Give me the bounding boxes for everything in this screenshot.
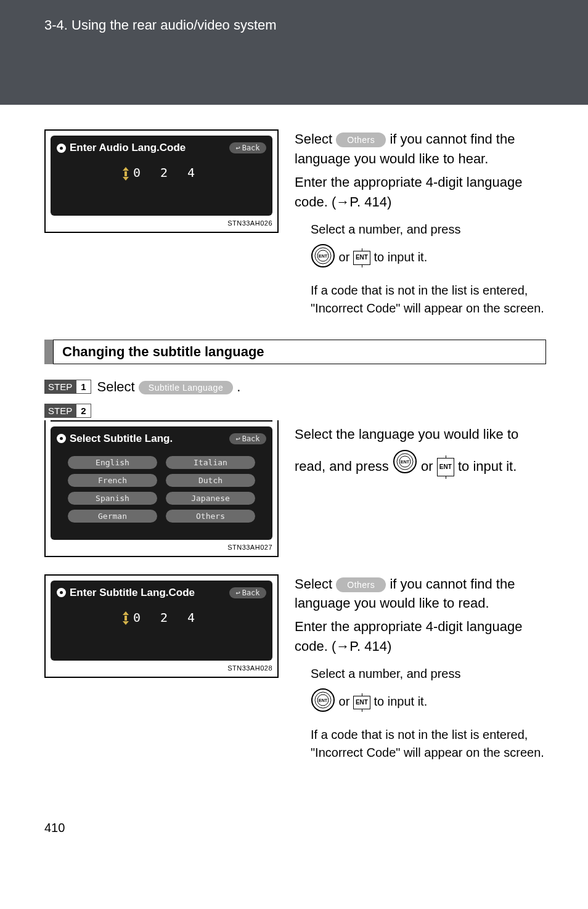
svg-text:ENT: ENT — [401, 460, 410, 464]
ent-dial-icon: ENT — [393, 449, 417, 484]
lang-option[interactable]: Japanese — [166, 492, 255, 505]
svg-marker-0 — [123, 167, 129, 171]
disc-icon — [57, 588, 66, 597]
lang-option[interactable]: English — [68, 456, 157, 469]
panel-title: Select Subtitle Lang. — [57, 433, 173, 445]
page-number: 410 — [0, 809, 588, 854]
svg-text:ENT: ENT — [319, 254, 328, 258]
breadcrumb: 3-4. Using the rear audio/video system — [44, 17, 588, 33]
page-header: 3-4. Using the rear audio/video system — [0, 0, 588, 105]
svg-marker-13 — [123, 621, 129, 625]
others-pill: Others — [336, 132, 386, 147]
panel-title: Enter Audio Lang.Code — [57, 142, 186, 154]
svg-marker-2 — [123, 177, 129, 181]
step-badge-1: STEP1 — [44, 380, 91, 394]
instruction-block-1: Select Others if you cannot find the lan… — [295, 129, 546, 322]
ent-button-icon: ENT — [353, 696, 370, 710]
updown-icon — [122, 611, 129, 625]
back-button[interactable]: Back — [229, 587, 266, 598]
lang-option[interactable]: French — [68, 474, 157, 487]
subtitle-language-pill: Subtitle Language — [139, 381, 233, 394]
image-id: STN33AH027 — [51, 544, 272, 551]
lang-option[interactable]: Spanish — [68, 492, 157, 505]
image-id: STN33AH026 — [51, 219, 272, 227]
svg-text:ENT: ENT — [319, 698, 328, 703]
lang-option[interactable]: Others — [166, 510, 255, 523]
disc-icon — [57, 434, 66, 443]
svg-rect-12 — [125, 616, 127, 621]
code-digits: 0 2 4 — [57, 165, 266, 181]
svg-marker-11 — [123, 611, 129, 615]
step-badge-2: STEP2 — [44, 404, 91, 418]
instruction-block-3: Select Others if you cannot find the lan… — [295, 574, 546, 767]
step-1-line: STEP1 Select Subtitle Language . — [44, 379, 546, 395]
svg-rect-1 — [125, 171, 127, 176]
ent-dial-icon: ENT — [311, 243, 335, 273]
back-button[interactable]: Back — [229, 142, 266, 153]
image-id: STN33AH028 — [51, 664, 272, 672]
panel-title: Enter Subtitle Lang.Code — [57, 587, 195, 599]
ent-button-icon: ENT — [437, 458, 454, 476]
ent-button-icon: ENT — [353, 251, 370, 265]
updown-icon — [122, 167, 129, 181]
lang-option[interactable]: Italian — [166, 456, 255, 469]
screenshot-subtitle-select: Select Subtitle Lang. Back English Itali… — [44, 420, 279, 557]
lang-option[interactable]: German — [68, 510, 157, 523]
back-button[interactable]: Back — [229, 433, 266, 444]
lang-option[interactable]: Dutch — [166, 474, 255, 487]
ent-dial-icon: ENT — [311, 688, 335, 717]
code-digits: 0 2 4 — [57, 610, 266, 626]
instruction-block-2: Select the language you would like to re… — [295, 404, 546, 557]
disc-icon — [57, 144, 66, 153]
screenshot-subtitle-code: Enter Subtitle Lang.Code Back 0 2 4 STN3… — [44, 574, 279, 678]
screenshot-audio-code: Enter Audio Lang.Code Back 0 2 4 STN33AH… — [44, 129, 279, 233]
section-heading: Changing the subtitle language — [44, 340, 546, 364]
others-pill: Others — [336, 577, 386, 592]
